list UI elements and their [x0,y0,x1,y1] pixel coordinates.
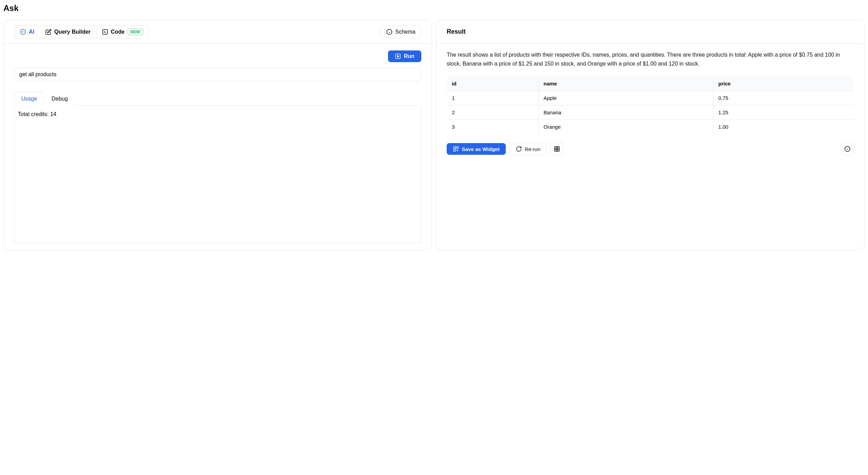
table-cell: Orange [539,120,713,134]
refresh-icon [516,146,522,152]
query-panel: AI Query Builder Code NEW Schema [3,20,432,250]
table-cell: 0.75 [713,91,854,105]
schema-button[interactable]: Schema [380,26,421,38]
usage-content: Total credits: 14 [14,106,421,243]
table-cell: 1.25 [713,105,854,120]
result-title: Result [447,28,466,35]
info-icon [844,146,850,152]
credits-text: Total credits: 14 [18,111,56,117]
table-header-id: id [447,77,539,91]
query-panel-body: Run Usage Debug Total credits: 14 [4,44,432,250]
table-cell: 3 [447,120,539,134]
result-description: The result shows a list of products with… [447,50,854,68]
run-button[interactable]: Run [388,50,421,62]
page-title: Ask [3,3,865,13]
chat-icon [20,29,26,35]
query-input[interactable] [14,68,421,81]
svg-rect-16 [555,147,559,151]
tab-ai-label: AI [29,29,34,35]
grid-icon [554,146,560,152]
table-header-row: id name price [447,77,854,91]
schema-button-label: Schema [395,29,415,35]
tab-ai[interactable]: AI [14,25,40,38]
table-view-button[interactable] [550,142,563,155]
sub-tab-usage[interactable]: Usage [14,92,44,106]
tab-query-builder[interactable]: Query Builder [40,26,96,38]
mode-tab-group: AI Query Builder Code NEW [14,25,149,38]
svg-point-1 [22,32,22,32]
table-header-price: price [713,77,854,91]
play-icon [395,53,401,59]
widget-icon [453,146,459,152]
sub-tab-debug[interactable]: Debug [44,92,75,106]
query-panel-header: AI Query Builder Code NEW Schema [4,20,432,44]
table-row: 2 Banana 1.25 [447,105,854,120]
rerun-button[interactable]: Re-run [509,143,547,155]
tab-code-label: Code [111,29,125,35]
svg-rect-12 [457,147,458,148]
svg-rect-13 [454,150,455,151]
svg-point-2 [23,32,23,32]
tab-code[interactable]: Code NEW [96,26,149,38]
result-actions: Save as Widget Re-run [447,142,854,155]
table-cell: 1 [447,91,539,105]
result-panel-header: Result [436,20,864,44]
result-body: The result shows a list of products with… [436,44,864,162]
save-widget-button[interactable]: Save as Widget [447,143,506,155]
svg-rect-11 [454,147,455,148]
info-icon [386,29,392,35]
result-panel: Result The result shows a list of produc… [436,20,865,250]
rerun-label: Re-run [525,146,540,152]
svg-marker-10 [397,55,399,57]
terminal-icon [102,29,108,35]
table-header-name: name [539,77,713,91]
table-cell: Apple [539,91,713,105]
edit-icon [45,29,52,35]
svg-point-3 [24,32,24,32]
save-widget-label: Save as Widget [462,146,500,152]
table-cell: Banana [539,105,713,120]
run-row: Run [14,50,421,62]
run-button-label: Run [404,53,414,59]
table-row: 1 Apple 0.75 [447,91,854,105]
new-badge: NEW [127,28,143,35]
table-row: 3 Orange 1.00 [447,120,854,134]
table-cell: 1.00 [713,120,854,134]
table-cell: 2 [447,105,539,120]
main-container: AI Query Builder Code NEW Schema [3,20,865,250]
tab-query-builder-label: Query Builder [54,29,91,35]
result-table: id name price 1 Apple 0.75 2 Banana 1.25 [447,76,854,134]
sub-tabs: Usage Debug [14,92,421,106]
info-button[interactable] [841,142,854,155]
